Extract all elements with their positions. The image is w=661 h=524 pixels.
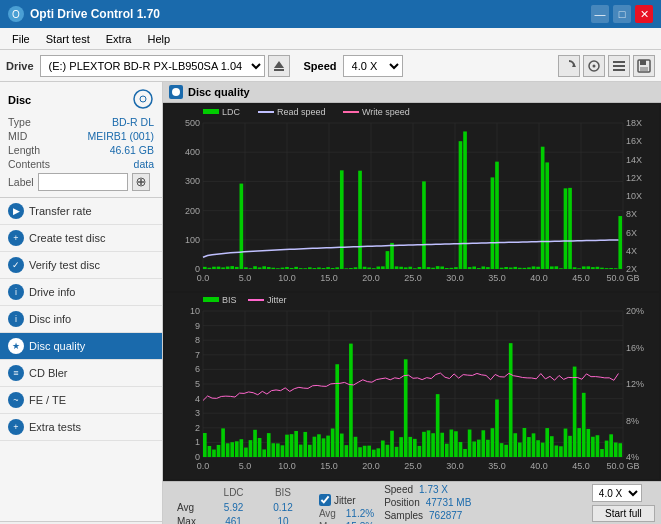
label-input[interactable] (38, 173, 128, 191)
avg-bis: 0.12 (261, 500, 305, 514)
speed-info: Speed 1.73 X Position 47731 MB Samples 7… (384, 484, 471, 524)
svg-point-16 (172, 88, 180, 96)
fe-te-icon: ~ (8, 392, 24, 408)
svg-rect-1 (274, 69, 284, 71)
svg-point-12 (140, 96, 146, 102)
label-label: Label (8, 176, 34, 188)
close-button[interactable]: ✕ (635, 5, 653, 23)
stats-table: LDC BIS Avg 5.92 0.12 Max 461 10 Total 4… (169, 484, 305, 524)
ldc-header: LDC (206, 484, 261, 500)
length-value: 46.61 GB (110, 144, 154, 156)
svg-rect-6 (613, 65, 625, 67)
max-label: Max (169, 514, 206, 524)
samples-val: 762877 (429, 510, 462, 521)
disc-quality-title: Disc quality (188, 86, 250, 98)
disc-icon-button[interactable] (583, 55, 605, 77)
sidebar-item-disc-quality[interactable]: ★ Disc quality (0, 333, 162, 360)
svg-rect-9 (640, 60, 646, 65)
disc-panel-title: Disc (8, 94, 31, 106)
sidebar-item-label-create-test-disc: Create test disc (29, 232, 105, 244)
menu-start-test[interactable]: Start test (38, 31, 98, 47)
create-test-disc-icon: + (8, 230, 24, 246)
svg-rect-10 (640, 67, 648, 71)
content-area: Disc quality LDC BIS (163, 82, 661, 524)
top-chart (165, 105, 659, 291)
cd-bler-icon: ≡ (8, 365, 24, 381)
sidebar-item-fe-te[interactable]: ~ FE / TE (0, 387, 162, 414)
sidebar-item-label-cd-bler: CD Bler (29, 367, 68, 379)
save-button[interactable] (633, 55, 655, 77)
title-bar: O Opti Drive Control 1.70 — □ ✕ (0, 0, 661, 28)
bis-header: BIS (261, 484, 305, 500)
refresh-drive-button[interactable] (558, 55, 580, 77)
disc-panel: Disc Type BD-R DL MID MEIRB1 (001) Lengt… (0, 82, 162, 198)
position-key: Position (384, 497, 420, 508)
drive-dropdown[interactable]: (E:) PLEXTOR BD-R PX-LB950SA 1.04 (40, 55, 265, 77)
drive-toolbar-icons (558, 55, 655, 77)
menu-extra[interactable]: Extra (98, 31, 140, 47)
sidebar-item-extra-tests[interactable]: + Extra tests (0, 414, 162, 441)
sidebar-item-label-fe-te: FE / TE (29, 394, 66, 406)
svg-marker-0 (274, 61, 284, 68)
sidebar-item-create-test-disc[interactable]: + Create test disc (0, 225, 162, 252)
mid-value: MEIRB1 (001) (87, 130, 154, 142)
menu-help[interactable]: Help (139, 31, 178, 47)
drive-label: Drive (6, 60, 34, 72)
disc-info-icon: i (8, 311, 24, 327)
disc-quality-header-icon (169, 85, 183, 99)
sidebar-item-verify-test-disc[interactable]: ✓ Verify test disc (0, 252, 162, 279)
settings-icon-button[interactable] (608, 55, 630, 77)
speed-dropdown[interactable]: 4.0 X (343, 55, 403, 77)
label-button[interactable] (132, 173, 150, 191)
sidebar-item-label-transfer-rate: Transfer rate (29, 205, 92, 217)
length-label: Length (8, 144, 40, 156)
bottom-chart-container (165, 293, 659, 479)
stats-bar: LDC BIS Avg 5.92 0.12 Max 461 10 Total 4… (163, 481, 661, 524)
speed-val: 1.73 X (419, 484, 448, 495)
sidebar-item-label-disc-info: Disc info (29, 313, 71, 325)
sidebar-item-label-disc-quality: Disc quality (29, 340, 85, 352)
drive-bar: Drive (E:) PLEXTOR BD-R PX-LB950SA 1.04 … (0, 50, 661, 82)
contents-label: Contents (8, 158, 50, 170)
svg-rect-5 (613, 61, 625, 63)
mid-label: MID (8, 130, 27, 142)
speed-label: Speed (304, 60, 337, 72)
svg-rect-7 (613, 69, 625, 71)
top-chart-container (165, 105, 659, 291)
sidebar-item-label-verify-test-disc: Verify test disc (29, 259, 100, 271)
sidebar-item-label-drive-info: Drive info (29, 286, 75, 298)
main-layout: Disc Type BD-R DL MID MEIRB1 (001) Lengt… (0, 82, 661, 524)
jitter-avg-val: 11.2% (346, 508, 374, 519)
disc-quality-icon: ★ (8, 338, 24, 354)
samples-key: Samples (384, 510, 423, 521)
jitter-section: Jitter Avg 11.2% Max 15.3% (319, 484, 374, 524)
sidebar-item-cd-bler[interactable]: ≡ CD Bler (0, 360, 162, 387)
maximize-button[interactable]: □ (613, 5, 631, 23)
contents-value: data (134, 158, 154, 170)
sidebar: Disc Type BD-R DL MID MEIRB1 (001) Lengt… (0, 82, 163, 524)
app-title: Opti Drive Control 1.70 (30, 7, 160, 21)
jitter-label: Jitter (334, 495, 356, 506)
extra-tests-icon: + (8, 419, 24, 435)
button-group: 4.0 X Start full Start part (592, 484, 655, 524)
eject-button[interactable] (268, 55, 290, 77)
speed-select[interactable]: 4.0 X (592, 484, 642, 502)
speed-key: Speed (384, 484, 413, 495)
sidebar-item-disc-info[interactable]: i Disc info (0, 306, 162, 333)
bottom-chart (165, 293, 659, 479)
app-icon: O (8, 6, 24, 22)
verify-test-disc-icon: ✓ (8, 257, 24, 273)
type-label: Type (8, 116, 31, 128)
avg-ldc: 5.92 (206, 500, 261, 514)
window-controls: — □ ✕ (591, 5, 653, 23)
minimize-button[interactable]: — (591, 5, 609, 23)
jitter-checkbox[interactable] (319, 494, 331, 506)
start-full-button[interactable]: Start full (592, 505, 655, 522)
charts-area (163, 103, 661, 481)
sidebar-item-transfer-rate[interactable]: ▶ Transfer rate (0, 198, 162, 225)
sidebar-item-label-extra-tests: Extra tests (29, 421, 81, 433)
menu-file[interactable]: File (4, 31, 38, 47)
menu-bar: File Start test Extra Help (0, 28, 661, 50)
sidebar-item-drive-info[interactable]: i Drive info (0, 279, 162, 306)
avg-label: Avg (169, 500, 206, 514)
